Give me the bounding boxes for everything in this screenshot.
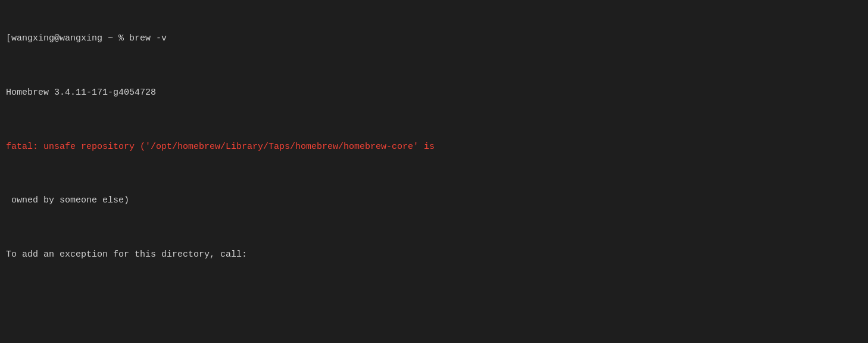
terminal-window: [wangxing@wangxing ~ % brew -v Homebrew … [0,0,868,343]
terminal-line-5: To add an exception for this directory, … [6,248,862,261]
terminal-line-2: Homebrew 3.4.11-171-g4054728 [6,86,862,99]
terminal-line-1: [wangxing@wangxing ~ % brew -v [6,32,862,45]
terminal-line-3: fatal: unsafe repository ('/opt/homebrew… [6,140,862,154]
terminal-line-4: owned by someone else) [6,194,862,207]
